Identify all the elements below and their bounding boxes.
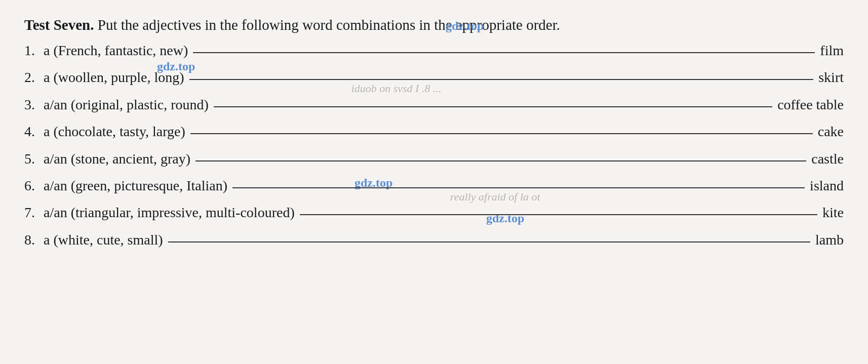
exercise-list: 1. a (French, fantastic, new) film 2. a … [24,39,844,251]
item-prompt: a/an (original, plastic, round) [44,94,209,115]
answer-line [300,214,817,215]
item-noun: skirt [818,66,844,88]
item-prompt: a/an (green, picturesque, Italian) [44,175,227,196]
title-rest: Put the adjectives in the following word… [94,17,561,33]
item-number: 5. [24,148,44,170]
answer-line [195,160,806,161]
item-prompt: a (French, fantastic, new) [44,39,188,61]
list-item: 1. a (French, fantastic, new) film [24,39,844,61]
title-bold: Test Seven. [24,17,94,33]
answer-line [168,241,810,242]
answer-line: really afraid of la ot [232,187,805,188]
item-noun: lamb [815,229,844,251]
list-item: 8. a (white, cute, small) lamb [24,229,844,251]
answer-line [190,133,813,134]
item-prompt: a/an (stone, ancient, gray) [44,148,190,170]
answer-line [214,106,772,107]
list-item: 3. a/an (original, plastic, round) coffe… [24,94,844,115]
list-item: 5. a/an (stone, ancient, gray) castle [24,148,844,170]
answer-line [193,52,815,53]
item-number: 3. [24,94,44,115]
page: gdz.top gdz.top gdz.top gdz.top Test Sev… [0,0,868,364]
item-number: 8. [24,229,44,251]
item-noun: castle [811,148,844,170]
item-prompt: a (chocolate, tasty, large) [44,120,185,142]
item-number: 4. [24,120,44,142]
item-prompt: a/an (triangular, impressive, multi-colo… [44,201,295,223]
item-number: 1. [24,39,44,61]
watermark-1: gdz.top [446,19,484,33]
item-prompt: a (woollen, purple, long) [44,66,184,88]
item-noun: cake [818,120,844,142]
title: Test Seven. Put the adjectives in the fo… [24,14,844,35]
item-noun: island [810,175,844,196]
item-number: 7. [24,201,44,223]
item-noun: film [820,39,844,61]
list-item: 2. a (woollen, purple, long) iduob on sv… [24,66,844,88]
answer-line: iduob on svsd I .8 ... [189,79,814,80]
item-number: 6. [24,175,44,196]
item-noun: coffee table [777,94,844,115]
item-prompt: a (white, cute, small) [44,229,163,251]
list-item: 7. a/an (triangular, impressive, multi-c… [24,201,844,223]
list-item: 4. a (chocolate, tasty, large) cake [24,120,844,142]
item-noun: kite [822,201,844,223]
list-item: 6. a/an (green, picturesque, Italian) re… [24,175,844,196]
item-number: 2. [24,66,44,88]
